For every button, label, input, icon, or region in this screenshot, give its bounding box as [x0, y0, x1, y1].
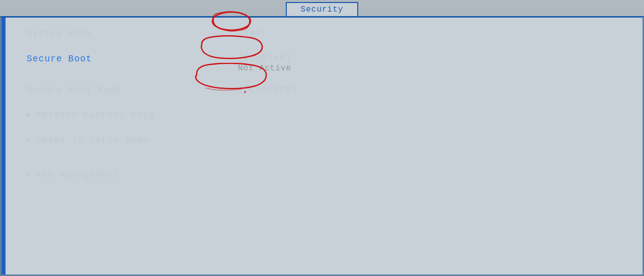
main-content: System Mode User Secure Boot [Enabled] [0, 16, 644, 276]
row-system-mode: System Mode User [27, 28, 622, 44]
value-system-mode: User [238, 28, 262, 38]
spacer-2 [27, 159, 622, 168]
value-secure-boot-mode: [Standard] [238, 84, 297, 94]
tab-security[interactable]: Security [286, 2, 359, 16]
subvalue-secure-boot: Not Active [238, 64, 291, 73]
label-key-management: ► Key Management [27, 168, 238, 179]
spacer-1 [27, 75, 622, 84]
value-wrapper-secure-boot-mode: [Standard] [238, 84, 297, 94]
row-reset-setup-mode[interactable]: ► Reset To Setup Mode [27, 134, 622, 150]
row-secure-boot-mode: Secure Boot Mode [Standard] [27, 84, 622, 100]
row-key-management[interactable]: ► Key Management [27, 168, 622, 185]
value-wrapper-system-mode: User [238, 28, 262, 38]
label-reset-setup-mode: ► Reset To Setup Mode [27, 134, 238, 145]
arrow-reset: ► [27, 136, 32, 145]
label-system-mode: System Mode [27, 28, 238, 39]
row-secure-boot[interactable]: Secure Boot [Enabled] Not Active [27, 53, 622, 73]
left-accent [2, 18, 6, 274]
arrow-key-mgmt: ► [27, 170, 32, 179]
content-area: System Mode User Secure Boot [Enabled] [27, 28, 622, 264]
arrow-restore: ► [27, 111, 32, 120]
value-group-secure-boot: [Enabled] Not Active [238, 53, 291, 73]
tab-bar: Security [0, 0, 644, 16]
label-secure-boot-mode: Secure Boot Mode [27, 84, 238, 95]
label-restore-factory-keys: ► Restore Factory Keys [27, 109, 238, 120]
value-wrapper-secure-boot: [Enabled] [238, 53, 291, 63]
value-secure-boot: [Enabled] [238, 53, 291, 63]
row-restore-factory-keys[interactable]: ► Restore Factory Keys [27, 109, 622, 125]
label-secure-boot: Secure Boot [27, 53, 238, 64]
